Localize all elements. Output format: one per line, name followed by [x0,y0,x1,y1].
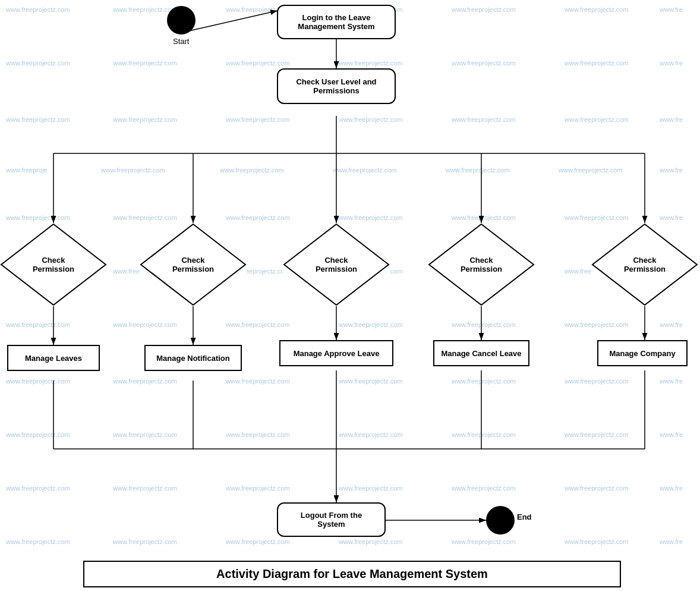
watermark: www.freeprojectz.com [6,485,70,492]
check-permission-2: Check Permission [140,223,247,306]
check-permission-5: Check Permission [591,223,698,306]
watermark: www.freeprojectz.com [6,116,70,123]
watermark: www.freeprojectz.com [339,431,403,438]
watermark: www.freeprojectz.com [113,485,177,492]
watermark: www.freeprojectz.com [6,59,70,67]
watermark: www.freeprojectz.com [565,59,629,67]
watermark: www.freeprojectz.com [339,59,403,67]
watermark: www.freeprojectz.com [452,485,516,492]
watermark: www.fre [660,59,683,67]
watermark: www.freeprojectz.com [452,59,516,67]
watermark: www.freeprojectz.com [559,166,623,174]
manage-cancel-box: Manage Cancel Leave [433,340,529,366]
manage-approve-label: Manage Approve Leave [294,349,380,358]
svg-line-1 [181,11,278,33]
watermark: www.freeprojectz.com [339,538,403,545]
watermark: www.freeprojectz.com [113,59,177,67]
watermark: www.freeprojectz.com [452,431,516,438]
check-permission-1-label: Check Permission [33,256,74,274]
title-box: Activity Diagram for Leave Management Sy… [83,561,621,587]
watermark: www.fre [660,6,683,13]
watermark: www.freeprojectz.com [6,6,70,13]
watermark: www.freeprojectz.com [339,485,403,492]
watermark: www.fre [660,378,683,385]
watermark: www.freeprojectz.com [339,214,403,221]
diagram-title: Activity Diagram for Leave Management Sy… [216,567,488,581]
end-circle [486,506,515,535]
login-box: Login to the Leave Management System [277,5,396,39]
watermark: www.fre [660,485,683,492]
watermark: www.freeprojectz.com [452,6,516,13]
watermark: www.fre [660,214,683,221]
manage-notification-label: Manage Notification [156,354,230,363]
manage-leaves-box: Manage Leaves [7,345,100,371]
watermark: www.freeprojectz.com [339,116,403,123]
start-circle [167,6,196,34]
check-permission-3-label: Check Permission [316,256,357,274]
watermark: www.freeprojectz.com [6,431,70,438]
end-label: End [517,513,532,521]
watermark: www.fre [660,431,683,438]
watermark: www.freeprojectz.com [452,378,516,385]
watermark: www.freeprojectz.com [565,431,629,438]
watermark: www.freeprojectz.com [113,6,177,13]
watermark: www.freeprojectz.com [339,321,403,328]
watermark: www.freeprojectz.com [333,166,397,174]
watermark: www.freeprojectz.com [226,378,290,385]
watermark: www.freeprojectz.com [226,431,290,438]
watermark: www.freeprojectz.com [565,538,629,545]
manage-cancel-label: Manage Cancel Leave [441,349,521,358]
watermark: www.freeprojectz.com [452,214,516,221]
watermark: www.freeprojectz.com [565,6,629,13]
logout-label: Logout From the System [301,511,362,529]
watermark: www.freeprojectz.com [226,321,290,328]
watermark: www.freeprojectz.com [113,378,177,385]
check-permission-1: Check Permission [0,223,107,306]
logout-box: Logout From the System [277,502,386,537]
watermark: www.fre [660,538,683,545]
watermark: www.freeprojectz.com [6,214,70,221]
check-permission-3: Check Permission [283,223,390,306]
watermark: www.freeprojectz.com [101,166,165,174]
watermark: www.freeprojectz.com [565,321,629,328]
login-label: Login to the Leave Management System [298,13,374,31]
manage-approve-box: Manage Approve Leave [279,340,393,366]
watermark: www.freeprojectz.com [6,538,70,545]
watermark: www.freeprojectz.com [565,116,629,123]
watermark: www.freeprojectz.com [339,378,403,385]
watermark: www.fre [660,116,683,123]
manage-company-label: Manage Company [609,349,675,358]
watermark: www.freeproje [6,166,48,174]
watermark: www.fre [660,321,683,328]
watermark: www.freeprojectz.com [226,59,290,67]
check-user-label: Check User Level and Permissions [296,77,376,95]
watermark: www.freeprojectz.com [113,538,177,545]
watermark: www.freeprojectz.com [565,485,629,492]
watermark: www.freeprojectz.com [226,214,290,221]
manage-leaves-label: Manage Leaves [25,354,82,363]
watermark: www.fre [660,166,683,174]
watermark: www.freeprojectz.com [220,166,284,174]
watermark: www.freeprojectz.com [452,538,516,545]
watermark: www.freeprojectz.com [6,321,70,328]
manage-company-box: Manage Company [597,340,688,366]
check-user-level-box: Check User Level and Permissions [277,68,396,104]
watermark: www.freeprojectz.com [226,538,290,545]
watermark: www.freeprojectz.com [452,321,516,328]
check-permission-4-label: Check Permission [461,256,502,274]
watermark: www.freeprojectz.com [113,214,177,221]
watermark: www.freeprojectz.com [452,116,516,123]
watermark: www.freeprojectz.com [226,116,290,123]
check-permission-5-label: Check Permission [624,256,666,274]
watermark: www.freeprojectz.com [226,485,290,492]
start-label: Start [173,37,189,46]
manage-notification-box: Manage Notification [144,345,242,371]
watermark: www.freeprojectz.com [113,321,177,328]
watermark: www.freeprojectz.com [565,378,629,385]
check-permission-2-label: Check Permission [172,256,214,274]
watermark: www.freeprojectz.com [446,166,510,174]
watermark: www.freeprojectz.com [565,214,629,221]
watermark: www.freeprojectz.com [6,378,70,385]
watermark: www.freeprojectz.com [113,431,177,438]
check-permission-4: Check Permission [428,223,535,306]
